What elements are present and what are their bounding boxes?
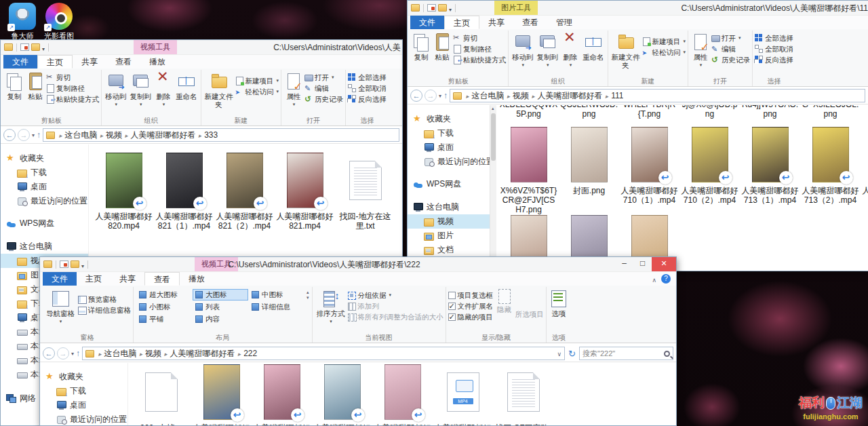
options-button[interactable]: 选项 — [549, 288, 569, 318]
move-to-button[interactable]: 移动到 — [511, 31, 535, 70]
edit-button[interactable]: 编辑 — [711, 44, 750, 54]
navigation-pane-button[interactable]: 导航窗格 — [43, 288, 77, 326]
history-dropdown-icon[interactable] — [439, 93, 441, 99]
search-icon[interactable] — [664, 351, 670, 357]
breadcrumb-item[interactable]: 这台电脑 — [472, 90, 505, 102]
properties-button[interactable]: 属性 — [283, 71, 304, 109]
paste-shortcut-button[interactable]: 粘贴快捷方式 — [46, 94, 99, 104]
layout-option[interactable]: 内容 — [193, 313, 248, 325]
sidebar-item[interactable]: 下载 — [408, 126, 496, 140]
breadcrumb-item[interactable]: 视频 — [513, 90, 529, 102]
history-dropdown-icon[interactable] — [32, 132, 35, 138]
refresh-icon[interactable] — [567, 349, 577, 359]
easy-access-button[interactable]: 轻松访问 — [235, 87, 279, 96]
qat-dropdown-icon[interactable] — [42, 41, 45, 54]
up-button[interactable] — [37, 130, 41, 140]
qat-folder-icon[interactable] — [4, 43, 13, 51]
file-item[interactable]: 找回-SF回家路. — [494, 364, 553, 425]
breadcrumb-item[interactable]: 人美嘴甜哪都好看 — [131, 130, 196, 141]
sidebar-item[interactable]: WPS网盘 — [1, 216, 88, 231]
history-button[interactable]: 历史记录 — [304, 94, 343, 104]
ribbon-tab[interactable]: 主页 — [444, 16, 479, 29]
cut-button[interactable]: 剪切 — [453, 33, 506, 43]
qat-folder-icon[interactable] — [411, 4, 420, 12]
layout-option[interactable]: 小图标 — [136, 301, 192, 313]
breadcrumb-item[interactable]: 人美嘴甜哪都好看 — [170, 348, 235, 360]
hide-selected-button[interactable]: 隐藏 — [496, 288, 513, 314]
properties-button[interactable]: 属性 — [690, 31, 711, 70]
checkbox-checked-icon[interactable] — [448, 303, 456, 310]
file-item[interactable]: 人美嘴甜哪都好821（2）.mp4 — [215, 153, 274, 231]
file-extensions-toggle[interactable]: 文件扩展名 — [448, 301, 494, 311]
sidebar-item[interactable]: 最近访问的位置 — [40, 412, 127, 425]
quick-access-toolbar[interactable] — [1, 41, 50, 54]
ribbon-tab[interactable]: 主页 — [77, 272, 111, 286]
sidebar-item[interactable]: 这台电脑 — [408, 200, 496, 214]
sidebar-item[interactable]: 收藏夹 — [40, 370, 127, 384]
sidebar-item[interactable]: 视频 — [408, 214, 496, 229]
sidebar-item[interactable]: 收藏夹 — [408, 112, 496, 126]
sidebar-item[interactable]: 图片 — [408, 229, 496, 243]
delete-button[interactable]: 删除 — [560, 31, 580, 70]
history-dropdown-icon[interactable] — [71, 351, 74, 357]
ribbon-tab[interactable]: 文件 — [43, 272, 77, 286]
sidebar-item[interactable]: 这台电脑 — [1, 239, 88, 254]
sidebar-scrollbar[interactable] — [490, 105, 496, 271]
sidebar-item[interactable]: 桌面 — [1, 180, 88, 194]
address-dropdown-icon[interactable] — [557, 349, 562, 358]
back-button[interactable] — [410, 90, 422, 102]
file-item[interactable]: G~X5ILEOJOL.png — [801, 105, 860, 119]
qat-dropdown-icon[interactable] — [449, 2, 452, 14]
minimize-button[interactable] — [615, 257, 633, 271]
ribbon-tab[interactable]: 主页 — [37, 55, 73, 69]
easy-access-button[interactable]: 轻松访问 — [642, 47, 686, 57]
address-input[interactable]: 这台电脑视频人美嘴甜哪都好看111 — [450, 89, 865, 102]
sidebar-item[interactable]: 文档 — [408, 243, 496, 257]
qat-newfolder-icon[interactable] — [31, 43, 40, 51]
select-none-button[interactable]: 全部取消 — [755, 44, 793, 54]
edit-button[interactable]: 编辑 — [304, 83, 343, 93]
paste-button[interactable]: 粘贴 — [25, 71, 45, 101]
ribbon-tab[interactable]: 播放 — [140, 55, 174, 69]
ribbon-tab[interactable]: 共享 — [111, 272, 144, 286]
breadcrumb-item[interactable]: 这台电脑 — [65, 130, 98, 141]
group-by-button[interactable]: 分组依据 — [348, 290, 443, 300]
sidebar-item[interactable]: 桌面 — [40, 398, 127, 412]
forward-button[interactable] — [57, 347, 69, 360]
layout-option[interactable]: 中图标 — [249, 289, 304, 301]
qat-newfolder-icon[interactable] — [438, 4, 447, 12]
sidebar-item[interactable]: 最近访问的位置 — [408, 155, 496, 169]
breadcrumb-item[interactable]: 人美嘴甜哪都好看 — [538, 90, 603, 102]
layout-option[interactable]: 平铺 — [136, 313, 192, 325]
file-item[interactable]: M_@ — [861, 105, 868, 109]
up-button[interactable] — [76, 349, 80, 358]
collapse-ribbon-icon[interactable] — [652, 273, 656, 285]
breadcrumb-item[interactable]: 333 — [204, 130, 218, 140]
maximize-button[interactable] — [633, 257, 652, 271]
forward-button[interactable] — [18, 129, 30, 141]
history-button[interactable]: 历史记录 — [711, 55, 750, 64]
file-item[interactable]: 人美嘴甜哪都好710（2）.mp4 — [680, 127, 739, 205]
new-folder-button[interactable]: 新建文件夹 — [203, 71, 235, 109]
copy-path-button[interactable]: 复制路径 — [453, 44, 506, 54]
ribbon-tab[interactable]: 共享 — [479, 16, 513, 29]
file-item[interactable]: 人美嘴甜哪都好820.mp4 — [94, 153, 153, 231]
copy-path-button[interactable]: 复制路径 — [46, 83, 99, 93]
forward-button[interactable] — [425, 90, 437, 102]
file-item[interactable]: Jj@X0@tjOD.png — [680, 105, 739, 119]
search-input[interactable] — [583, 349, 664, 357]
contextual-tab-header[interactable]: 图片工具 — [494, 1, 538, 15]
close-button[interactable] — [652, 257, 676, 271]
item-checkboxes-toggle[interactable]: 项目复选框 — [448, 290, 494, 300]
preview-pane-button[interactable]: 预览窗格 — [78, 294, 131, 304]
breadcrumb-item[interactable]: 222 — [243, 349, 257, 358]
file-item[interactable]: 人美嘴甜哪都好 — [192, 364, 251, 425]
file-item[interactable]: 人美嘴甜哪都好821（1）.mp4 — [155, 153, 214, 231]
ribbon-tab[interactable]: 查看 — [106, 55, 140, 69]
layout-option[interactable]: 列表 — [193, 301, 248, 313]
quick-access-toolbar[interactable] — [408, 2, 457, 14]
sidebar-item[interactable]: 最近访问的位置 — [1, 194, 88, 208]
add-columns-button[interactable]: 添加列 — [348, 301, 443, 311]
layout-scrollbar[interactable]: ▴▾ — [306, 288, 310, 303]
ribbon-tab[interactable]: 文件 — [3, 55, 37, 69]
